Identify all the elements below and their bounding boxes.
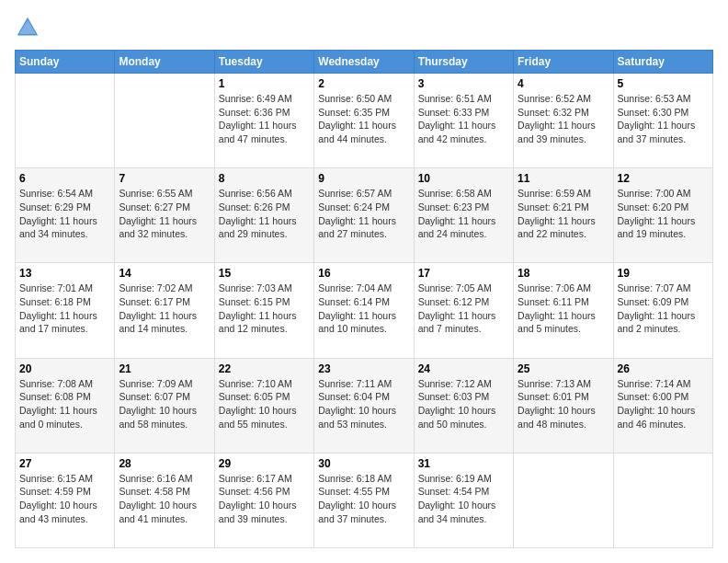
day-number: 25 (518, 362, 609, 375)
day-number: 1 (219, 77, 310, 90)
day-number: 26 (618, 362, 709, 375)
day-cell: 11Sunrise: 6:59 AMSunset: 6:21 PMDayligh… (514, 168, 613, 263)
day-cell: 2Sunrise: 6:50 AMSunset: 6:35 PMDaylight… (314, 74, 414, 168)
day-cell (115, 74, 214, 168)
day-number: 22 (219, 362, 310, 375)
day-cell: 17Sunrise: 7:05 AMSunset: 6:12 PMDayligh… (414, 263, 513, 358)
col-header-saturday: Saturday (613, 51, 712, 74)
day-number: 20 (19, 362, 110, 375)
day-info: Sunrise: 6:51 AMSunset: 6:33 PMDaylight:… (418, 92, 509, 146)
day-number: 7 (119, 172, 210, 185)
day-number: 27 (19, 457, 110, 470)
day-cell: 27Sunrise: 6:15 AMSunset: 4:59 PMDayligh… (16, 453, 115, 547)
day-cell: 7Sunrise: 6:55 AMSunset: 6:27 PMDaylight… (115, 168, 214, 263)
day-info: Sunrise: 6:50 AMSunset: 6:35 PMDaylight:… (318, 92, 409, 146)
day-info: Sunrise: 7:03 AMSunset: 6:15 PMDaylight:… (219, 282, 310, 336)
day-info: Sunrise: 6:58 AMSunset: 6:23 PMDaylight:… (418, 187, 509, 241)
day-cell: 12Sunrise: 7:00 AMSunset: 6:20 PMDayligh… (613, 168, 712, 263)
col-header-sunday: Sunday (16, 51, 115, 74)
day-info: Sunrise: 6:17 AMSunset: 4:56 PMDaylight:… (219, 472, 310, 526)
day-info: Sunrise: 7:02 AMSunset: 6:17 PMDaylight:… (119, 282, 210, 336)
svg-marker-1 (19, 20, 36, 34)
col-header-wednesday: Wednesday (314, 51, 414, 74)
day-cell (613, 453, 712, 547)
day-info: Sunrise: 7:14 AMSunset: 6:00 PMDaylight:… (618, 377, 709, 431)
day-cell: 20Sunrise: 7:08 AMSunset: 6:08 PMDayligh… (16, 358, 115, 453)
day-info: Sunrise: 7:04 AMSunset: 6:14 PMDaylight:… (318, 282, 409, 336)
day-number: 12 (618, 172, 709, 185)
day-number: 19 (618, 267, 709, 280)
day-number: 9 (318, 172, 409, 185)
day-info: Sunrise: 7:00 AMSunset: 6:20 PMDaylight:… (618, 187, 709, 241)
day-info: Sunrise: 7:09 AMSunset: 6:07 PMDaylight:… (119, 377, 210, 431)
day-number: 31 (418, 457, 509, 470)
day-number: 3 (418, 77, 509, 90)
day-cell: 5Sunrise: 6:53 AMSunset: 6:30 PMDaylight… (613, 74, 712, 168)
day-number: 14 (119, 267, 210, 280)
day-cell: 3Sunrise: 6:51 AMSunset: 6:33 PMDaylight… (414, 74, 513, 168)
day-info: Sunrise: 6:19 AMSunset: 4:54 PMDaylight:… (418, 472, 509, 526)
day-cell: 25Sunrise: 7:13 AMSunset: 6:01 PMDayligh… (514, 358, 613, 453)
day-cell: 28Sunrise: 6:16 AMSunset: 4:58 PMDayligh… (115, 453, 214, 547)
day-cell: 14Sunrise: 7:02 AMSunset: 6:17 PMDayligh… (115, 263, 214, 358)
calendar-table: SundayMondayTuesdayWednesdayThursdayFrid… (15, 50, 713, 548)
day-cell: 24Sunrise: 7:12 AMSunset: 6:03 PMDayligh… (414, 358, 513, 453)
day-cell: 16Sunrise: 7:04 AMSunset: 6:14 PMDayligh… (314, 263, 414, 358)
day-info: Sunrise: 6:49 AMSunset: 6:36 PMDaylight:… (219, 92, 310, 146)
day-cell: 6Sunrise: 6:54 AMSunset: 6:29 PMDaylight… (16, 168, 115, 263)
day-info: Sunrise: 7:10 AMSunset: 6:05 PMDaylight:… (219, 377, 310, 431)
day-info: Sunrise: 7:08 AMSunset: 6:08 PMDaylight:… (19, 377, 110, 431)
week-row-5: 27Sunrise: 6:15 AMSunset: 4:59 PMDayligh… (16, 453, 713, 547)
day-cell (16, 74, 115, 168)
page: SundayMondayTuesdayWednesdayThursdayFrid… (0, 0, 728, 563)
day-number: 29 (219, 457, 310, 470)
day-info: Sunrise: 7:12 AMSunset: 6:03 PMDaylight:… (418, 377, 509, 431)
day-number: 8 (219, 172, 310, 185)
day-cell: 1Sunrise: 6:49 AMSunset: 6:36 PMDaylight… (214, 74, 313, 168)
day-number: 4 (518, 77, 609, 90)
day-cell: 4Sunrise: 6:52 AMSunset: 6:32 PMDaylight… (514, 74, 613, 168)
day-info: Sunrise: 6:57 AMSunset: 6:24 PMDaylight:… (318, 187, 409, 241)
day-number: 21 (119, 362, 210, 375)
day-info: Sunrise: 7:05 AMSunset: 6:12 PMDaylight:… (418, 282, 509, 336)
week-row-4: 20Sunrise: 7:08 AMSunset: 6:08 PMDayligh… (16, 358, 713, 453)
day-cell: 31Sunrise: 6:19 AMSunset: 4:54 PMDayligh… (414, 453, 513, 547)
day-number: 28 (119, 457, 210, 470)
day-info: Sunrise: 6:56 AMSunset: 6:26 PMDaylight:… (219, 187, 310, 241)
day-info: Sunrise: 6:15 AMSunset: 4:59 PMDaylight:… (19, 472, 110, 526)
day-number: 30 (318, 457, 409, 470)
day-info: Sunrise: 6:18 AMSunset: 4:55 PMDaylight:… (318, 472, 409, 526)
day-info: Sunrise: 6:53 AMSunset: 6:30 PMDaylight:… (618, 92, 709, 146)
day-info: Sunrise: 6:52 AMSunset: 6:32 PMDaylight:… (518, 92, 609, 146)
day-number: 17 (418, 267, 509, 280)
day-number: 10 (418, 172, 509, 185)
day-cell: 13Sunrise: 7:01 AMSunset: 6:18 PMDayligh… (16, 263, 115, 358)
day-info: Sunrise: 7:06 AMSunset: 6:11 PMDaylight:… (518, 282, 609, 336)
day-cell: 29Sunrise: 6:17 AMSunset: 4:56 PMDayligh… (214, 453, 313, 547)
day-cell: 9Sunrise: 6:57 AMSunset: 6:24 PMDaylight… (314, 168, 414, 263)
day-number: 24 (418, 362, 509, 375)
day-number: 2 (318, 77, 409, 90)
day-info: Sunrise: 7:11 AMSunset: 6:04 PMDaylight:… (318, 377, 409, 431)
day-number: 11 (518, 172, 609, 185)
col-header-monday: Monday (115, 51, 214, 74)
logo-icon (15, 15, 40, 40)
header (15, 15, 713, 40)
day-info: Sunrise: 7:01 AMSunset: 6:18 PMDaylight:… (19, 282, 110, 336)
day-info: Sunrise: 6:59 AMSunset: 6:21 PMDaylight:… (518, 187, 609, 241)
day-info: Sunrise: 6:54 AMSunset: 6:29 PMDaylight:… (19, 187, 110, 241)
day-number: 15 (219, 267, 310, 280)
day-info: Sunrise: 7:13 AMSunset: 6:01 PMDaylight:… (518, 377, 609, 431)
day-cell: 15Sunrise: 7:03 AMSunset: 6:15 PMDayligh… (214, 263, 313, 358)
day-number: 13 (19, 267, 110, 280)
day-cell (514, 453, 613, 547)
week-row-3: 13Sunrise: 7:01 AMSunset: 6:18 PMDayligh… (16, 263, 713, 358)
day-number: 18 (518, 267, 609, 280)
day-info: Sunrise: 7:07 AMSunset: 6:09 PMDaylight:… (618, 282, 709, 336)
col-header-thursday: Thursday (414, 51, 513, 74)
day-cell: 22Sunrise: 7:10 AMSunset: 6:05 PMDayligh… (214, 358, 313, 453)
day-cell: 26Sunrise: 7:14 AMSunset: 6:00 PMDayligh… (613, 358, 712, 453)
week-row-2: 6Sunrise: 6:54 AMSunset: 6:29 PMDaylight… (16, 168, 713, 263)
day-cell: 10Sunrise: 6:58 AMSunset: 6:23 PMDayligh… (414, 168, 513, 263)
day-cell: 23Sunrise: 7:11 AMSunset: 6:04 PMDayligh… (314, 358, 414, 453)
